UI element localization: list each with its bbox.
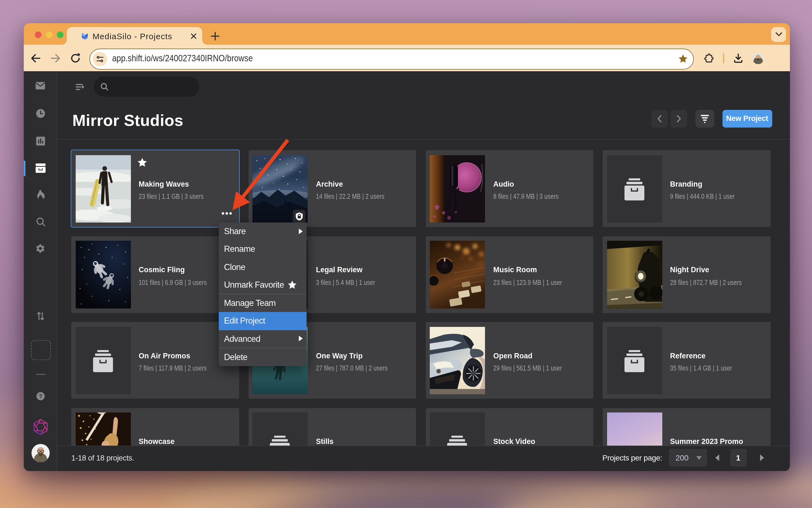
svg-text:?: ? [39,393,42,399]
